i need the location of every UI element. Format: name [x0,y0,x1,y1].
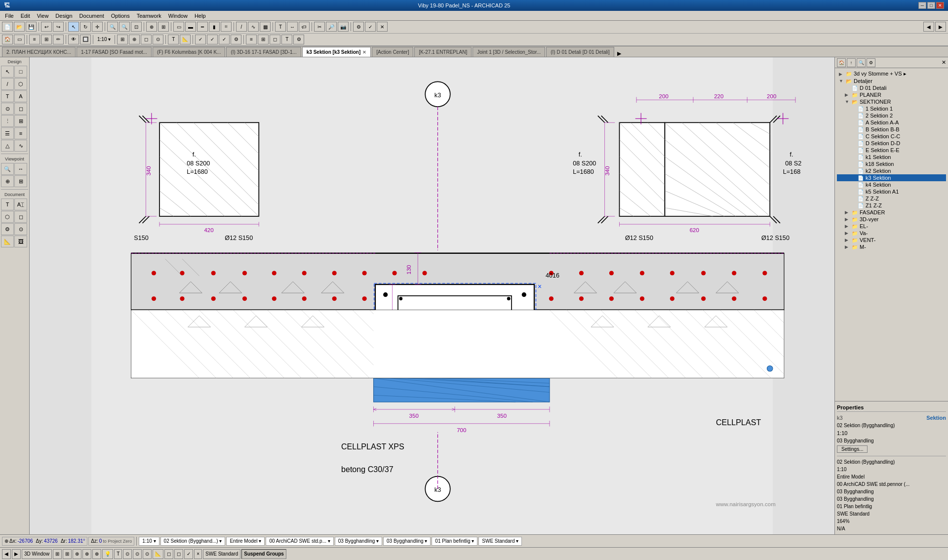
measure-tool[interactable]: 📐 [1,236,14,247]
arc-tool[interactable]: ∿ [248,22,259,32]
tab-joint[interactable]: Joint 1 [3D / Selection_Stor... [473,47,545,57]
menu-edit[interactable]: Edit [18,12,33,20]
prop-row-settings[interactable]: Settings... [837,444,946,454]
wall-tool[interactable]: ▭ [173,22,184,32]
bot-rect1[interactable]: ◻ [164,549,173,559]
gear-tool[interactable]: ⚙ [1,223,14,235]
bot-text[interactable]: T [114,549,122,559]
bot-light[interactable]: 💡 [102,549,113,559]
bot-circle1[interactable]: ⊙ [123,549,132,559]
move-tool[interactable]: ✛ [92,22,103,32]
tab-k3sektion[interactable]: k3 Sektion [k3 Sektion] ✕ [302,47,371,57]
hatch-tool[interactable]: ☰ [1,127,14,139]
check3-tool[interactable]: ✓ [219,35,230,44]
group-tool[interactable]: ⋮ [1,115,14,127]
layer-tool[interactable]: ≡ [29,35,40,44]
tab-d01[interactable]: (I) D 01 Detali [D 01 Detali] [546,47,614,57]
annotate-tool[interactable]: A⌶ [14,199,27,210]
zoom-out-tool[interactable]: 🔍 [119,22,130,32]
tree-item-3d[interactable]: ▶ 📁 3d vy Stomme + VS ▸ [837,70,946,78]
rect-tool[interactable]: ◻ [14,103,27,115]
bot-zoom1[interactable]: ⊕ [73,549,81,559]
status-layer[interactable]: 02 Sektion (Bygghand...) ▾ [160,537,226,546]
tab-fasad[interactable]: 1-17 FASAD [SO Fasad mot... [77,47,152,57]
label-left-tool[interactable]: A [14,90,27,102]
bot-measure[interactable]: 📐 [153,549,163,559]
tree-item-sektioner[interactable]: ▼ 📂 SEKTIONER [837,98,946,105]
bot-grid2[interactable]: ⊞ [63,549,72,559]
view2d-tool[interactable]: ▭ [14,35,25,44]
tab-3d16[interactable]: (I) 3D-16 17-1 FASAD [3D-1... [226,47,301,57]
new-button[interactable]: 📄 [2,22,13,32]
tab-k3sektion-close[interactable]: ✕ [362,50,366,55]
circle-tool[interactable]: ⊙ [1,103,14,115]
bot-circle2[interactable]: ⊙ [133,549,142,559]
rotate-tool[interactable]: ↻ [80,22,91,32]
prop-settings-btn[interactable]: Settings... [837,445,868,453]
bot-arrow-right[interactable]: ▶ [12,549,21,559]
bot-x[interactable]: × [194,549,202,559]
tree-item-va[interactable]: ▶ 📁 Va- [837,230,946,237]
menu-file[interactable]: File [2,12,17,20]
extra-tool3[interactable]: ◻ [270,35,280,44]
tree-item-d01[interactable]: 📄 D 01 Detali [837,84,946,91]
rp-home-btn[interactable]: 🏠 [837,58,846,67]
wall-draw-tool[interactable]: □ [14,66,27,78]
menu-design[interactable]: Design [52,12,75,20]
pan-tool[interactable]: ↔ [14,163,27,175]
text-doc-tool[interactable]: T [1,199,14,210]
column-tool[interactable]: ▮ [209,22,220,32]
menu-options[interactable]: Options [108,12,133,20]
zoom-in-tool[interactable]: 🔍 [107,22,118,32]
tree-item-saa[interactable]: 📄 A Sektion A-A [837,119,946,126]
tree-item-zzz[interactable]: 📄 Z Z-Z [837,195,946,202]
bot-suspend-groups[interactable]: Suspend Groups [241,549,286,559]
extra-tool4[interactable]: T [281,35,292,44]
tree-item-detaljer[interactable]: ▼ 📂 Detaljer [837,78,946,84]
pattern-tool[interactable]: ≡ [14,127,27,139]
undo-button[interactable]: ↩ [41,22,52,32]
select-arrow-tool[interactable]: ↖ [1,66,14,78]
minimize-button[interactable]: ─ [918,2,926,9]
menu-view[interactable]: View [34,12,52,20]
view-extra1[interactable]: ⊞ [117,35,128,44]
display-tool[interactable]: 👁 [68,35,79,44]
fit-view-tool[interactable]: ⊡ [131,22,142,32]
view-grid-tool[interactable]: ⊞ [14,175,27,187]
select-tool[interactable]: ↖ [68,22,79,32]
wave-tool[interactable]: ∿ [14,140,27,152]
view-extra2[interactable]: ⊕ [129,35,140,44]
tree-item-sbb[interactable]: 📄 B Sektion B-B [837,126,946,133]
tree-item-see[interactable]: 📄 E Sektion E-E [837,147,946,154]
tree-item-z1zz[interactable]: 📄 Z1 Z-Z [837,202,946,209]
zoom-left-tool[interactable]: 🔍 [1,163,14,175]
tree-item-m[interactable]: ▶ 📁 M- [837,243,946,250]
slab-tool[interactable]: ▬ [185,22,196,32]
tree-item-3dvyer[interactable]: ▶ 📁 3D-vyer [837,216,946,223]
rect-doc-tool[interactable]: ◻ [14,211,27,223]
tab-action[interactable]: [Action Center] [372,47,413,57]
fill-tool[interactable]: ▩ [260,22,271,32]
tab-k27[interactable]: [K-27.1 ENTREPLAN] [414,47,472,57]
nav-next[interactable]: ▶ [935,22,946,32]
tree-item-k5[interactable]: 📄 k5 Sektion A1 [837,188,946,195]
tree-item-s1[interactable]: 📄 1 Sektion 1 [837,105,946,112]
status-pen[interactable]: 00 ArchiCAD SWE std.p... ▾ [266,537,333,546]
grid-left-tool[interactable]: ⊞ [14,115,27,127]
circle-doc-tool[interactable]: ⊙ [14,223,27,235]
bot-grid1[interactable]: ⊞ [53,549,62,559]
setting3-button[interactable]: ✕ [377,22,388,32]
bot-zoom2[interactable]: ⊕ [82,549,91,559]
orbit-tool[interactable]: ⊕ [1,175,14,187]
rp-search-btn[interactable]: 🔍 [857,58,866,67]
menu-document[interactable]: Document [77,12,107,20]
stair-tool[interactable]: ⌗ [221,22,232,32]
bot-swe-standard[interactable]: SWE Standard [203,549,240,559]
filter-tool[interactable]: ⊞ [41,35,52,44]
maximize-button[interactable]: □ [927,2,935,9]
extra-tool2[interactable]: ⊞ [258,35,269,44]
tree-item-k18[interactable]: 📄 k18 Sektion [837,160,946,167]
tree-item-k1[interactable]: 📄 k1 Sektion [837,154,946,160]
open-button[interactable]: 📂 [14,22,25,32]
bot-3d-window[interactable]: 3D Window [22,549,52,559]
